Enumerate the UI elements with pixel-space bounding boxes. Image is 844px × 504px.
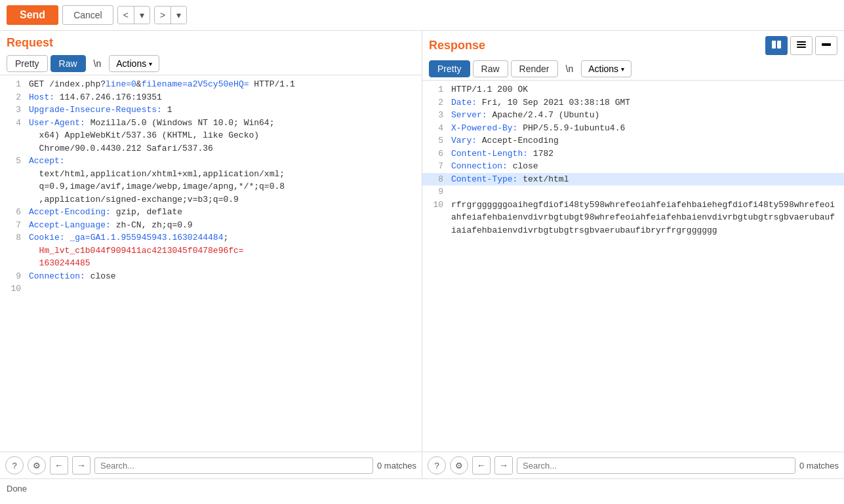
nav-fwd-button[interactable]: >	[155, 7, 171, 24]
response-settings-button[interactable]: ⚙	[450, 456, 468, 475]
table-row: 10	[0, 282, 422, 296]
view-toggle-group	[765, 36, 837, 55]
table-row: 5 Accept: text/html,application/xhtml+xm…	[0, 155, 422, 206]
response-code-area[interactable]: 1 HTTP/1.1 200 OK 2 Date: Fri, 10 Sep 20…	[422, 81, 844, 452]
request-tab-pretty[interactable]: Pretty	[7, 55, 48, 72]
request-search-bar: ? ⚙ ← → 0 matches	[0, 452, 422, 478]
response-help-button[interactable]: ?	[428, 456, 446, 475]
table-row: 9 Connection: close	[0, 270, 422, 283]
table-row: 7 Accept-Language: zh-CN, zh;q=0.9	[0, 219, 422, 232]
nav-back-button[interactable]: <	[118, 7, 134, 24]
table-row: 1 GET /index.php?line=0&filename=a2V5cy5…	[0, 78, 422, 91]
actions-chevron-icon: ▾	[149, 60, 152, 68]
svg-rect-4	[797, 47, 806, 48]
table-row: 4 X-Powered-By: PHP/5.5.9-1ubuntu4.6	[422, 122, 844, 135]
table-row: 9	[422, 185, 844, 199]
svg-rect-0	[772, 41, 776, 48]
table-row: 6 Content-Length: 1782	[422, 147, 844, 161]
response-search-bar: ? ⚙ ← → 0 matches	[422, 452, 844, 478]
response-tab-render[interactable]: Render	[511, 60, 558, 77]
request-tab-bar: Pretty Raw \n Actions ▾	[0, 52, 422, 75]
request-settings-button[interactable]: ⚙	[28, 456, 46, 475]
request-tab-newline[interactable]: \n	[89, 56, 107, 71]
view-split-button[interactable]	[765, 36, 788, 55]
table-row: 8 Content-Type: text/html	[422, 173, 844, 186]
main-content: Request Pretty Raw \n Actions ▾ 1 GET /i…	[0, 31, 844, 478]
request-header: Request	[0, 31, 422, 52]
response-search-prev-button[interactable]: ←	[472, 456, 491, 475]
table-row: 2 Host: 114.67.246.176:19351	[0, 91, 422, 104]
table-row: 3 Upgrade-Insecure-Requests: 1	[0, 104, 422, 117]
table-row: 8 Cookie: _ga=GA1.1.955945943.1630244484…	[0, 231, 422, 270]
table-row: 2 Date: Fri, 10 Sep 2021 03:38:18 GMT	[422, 96, 844, 109]
nav-back-group: < ▾	[117, 6, 150, 24]
svg-rect-2	[797, 41, 806, 43]
request-title: Request	[7, 36, 53, 50]
request-tab-actions[interactable]: Actions ▾	[109, 55, 159, 72]
response-tab-bar: Pretty Raw Render \n Actions ▾	[422, 58, 844, 81]
request-search-next-button[interactable]: →	[72, 456, 90, 475]
list-view-icon	[796, 39, 807, 50]
response-search-input[interactable]	[517, 457, 795, 474]
table-row: 10 rfrgrggggggoaihegfdiofi48ty598whrefeo…	[422, 199, 844, 237]
nav-fwd-group: > ▾	[154, 6, 187, 24]
split-view-icon	[771, 39, 782, 50]
response-search-matches: 0 matches	[799, 461, 839, 471]
response-actions-chevron-icon: ▾	[621, 66, 624, 73]
table-row: 7 Connection: close	[422, 160, 844, 173]
table-row: 6 Accept-Encoding: gzip, deflate	[0, 206, 422, 219]
table-row: 4 User-Agent: Mozilla/5.0 (Windows NT 10…	[0, 117, 422, 155]
request-search-input[interactable]	[94, 457, 373, 474]
single-view-icon	[821, 39, 832, 50]
request-tab-raw[interactable]: Raw	[50, 55, 86, 72]
response-tab-raw[interactable]: Raw	[473, 60, 508, 77]
nav-fwd-arrow-button[interactable]: ▾	[171, 7, 186, 24]
response-header: Response	[422, 31, 844, 58]
request-panel: Request Pretty Raw \n Actions ▾ 1 GET /i…	[0, 31, 422, 478]
request-search-matches: 0 matches	[377, 461, 416, 471]
status-text: Done	[7, 484, 27, 494]
response-title: Response	[429, 39, 485, 52]
response-tab-newline[interactable]: \n	[561, 61, 579, 77]
request-help-button[interactable]: ?	[5, 456, 24, 475]
svg-rect-1	[777, 41, 781, 48]
response-tab-actions[interactable]: Actions ▾	[581, 60, 632, 77]
view-single-button[interactable]	[815, 36, 837, 55]
cancel-button[interactable]: Cancel	[62, 5, 113, 25]
status-bar: Done	[0, 478, 844, 498]
view-list-button[interactable]	[790, 36, 813, 55]
response-tab-pretty[interactable]: Pretty	[429, 60, 470, 77]
response-panel: Response	[422, 31, 844, 478]
svg-rect-5	[822, 43, 831, 46]
request-search-prev-button[interactable]: ←	[50, 456, 68, 475]
table-row: 1 HTTP/1.1 200 OK	[422, 83, 844, 96]
toolbar: Send Cancel < ▾ > ▾	[0, 0, 844, 31]
svg-rect-3	[797, 44, 806, 45]
table-row: 3 Server: Apache/2.4.7 (Ubuntu)	[422, 109, 844, 122]
request-code-area[interactable]: 1 GET /index.php?line=0&filename=a2V5cy5…	[0, 75, 422, 452]
nav-back-arrow-button[interactable]: ▾	[134, 7, 150, 24]
response-search-next-button[interactable]: →	[494, 456, 513, 475]
table-row: 5 Vary: Accept-Encoding	[422, 134, 844, 147]
send-button[interactable]: Send	[7, 5, 58, 25]
